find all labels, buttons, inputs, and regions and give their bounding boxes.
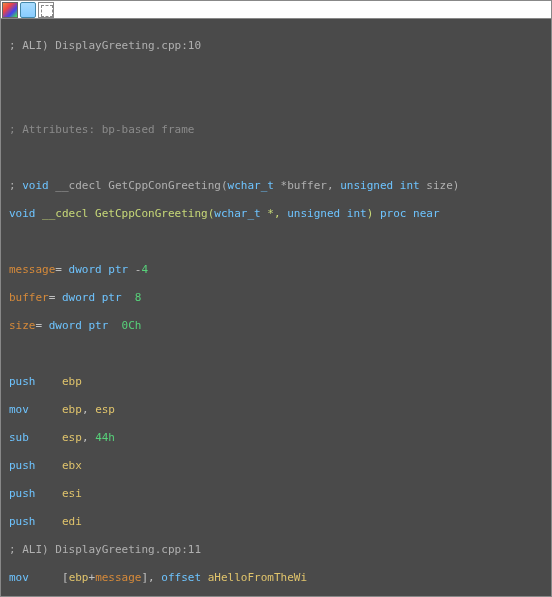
- window-titlebar: [1, 1, 551, 19]
- code-line: size= dword ptr 0Ch: [9, 319, 543, 333]
- display-icon[interactable]: [20, 2, 36, 18]
- code-line: mov [ebp+message], offset aHelloFromTheW…: [9, 571, 543, 585]
- code-line: [9, 95, 543, 109]
- code-line: [9, 151, 543, 165]
- code-line: ; Attributes: bp-based frame: [9, 123, 543, 137]
- code-line: [9, 235, 543, 249]
- code-line: push ebx: [9, 459, 543, 473]
- code-line: ; void __cdecl GetCppConGreeting(wchar_t…: [9, 179, 543, 193]
- code-view[interactable]: ; ALI) DisplayGreeting.cpp:10 ; Attribut…: [1, 19, 551, 597]
- code-line: void __cdecl GetCppConGreeting(wchar_t *…: [9, 207, 543, 221]
- code-line: buffer= dword ptr 8: [9, 291, 543, 305]
- code-line: message= dword ptr -4: [9, 263, 543, 277]
- code-line: [9, 67, 543, 81]
- selection-icon[interactable]: [38, 2, 54, 18]
- code-line: push edi: [9, 515, 543, 529]
- code-line: ; ALI) DisplayGreeting.cpp:11: [9, 543, 543, 557]
- code-line: mov ebp, esp: [9, 403, 543, 417]
- disassembly-window: ; ALI) DisplayGreeting.cpp:10 ; Attribut…: [0, 0, 552, 597]
- code-line: push ebp: [9, 375, 543, 389]
- code-line: [9, 347, 543, 361]
- code-line: sub esp, 44h: [9, 431, 543, 445]
- code-line: ; ALI) DisplayGreeting.cpp:10: [9, 39, 543, 53]
- color-palette-icon[interactable]: [2, 2, 18, 18]
- code-line: push esi: [9, 487, 543, 501]
